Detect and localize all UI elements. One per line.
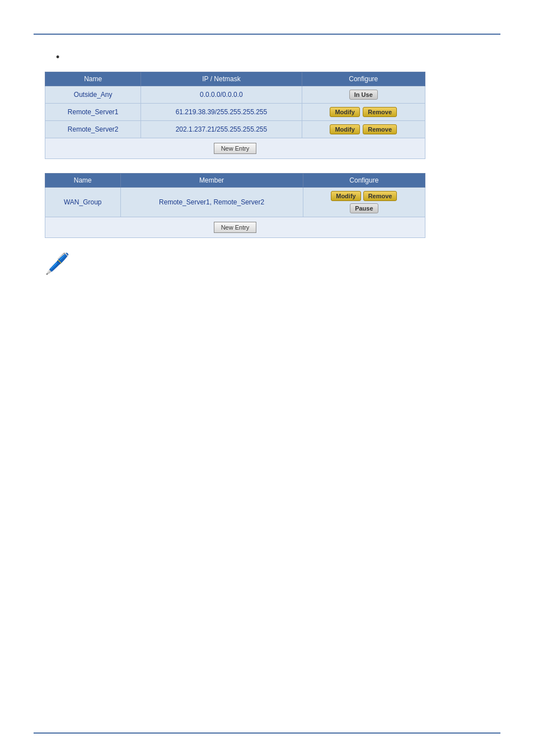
row-ip-netmask: 202.1.237.21/255.255.255.255 — [141, 121, 302, 138]
new-entry-button-2[interactable]: New Entry — [214, 222, 257, 233]
row-name: WAN_Group — [45, 188, 121, 217]
row-configure: Modify Remove — [302, 121, 425, 138]
btn-row: Modify Remove — [330, 190, 397, 202]
new-entry-cell: New Entry — [45, 138, 425, 159]
modify-button[interactable]: Modify — [330, 107, 359, 117]
col-header-configure: Configure — [303, 174, 425, 188]
configure-group: Modify Remove Pause — [308, 190, 420, 214]
modify-button[interactable]: Modify — [330, 124, 359, 134]
table-row: Remote_Server1 61.219.38.39/255.255.255.… — [45, 104, 425, 121]
row-ip-netmask: 61.219.38.39/255.255.255.255 — [141, 104, 302, 121]
note-area: 🖊️ — [45, 252, 489, 274]
row-member: Remote_Server1, Remote_Server2 — [120, 188, 303, 217]
col-header-configure: Configure — [302, 72, 425, 86]
pencil-icon: 🖊️ — [45, 252, 70, 275]
group-member-table: Name Member Configure WAN_Group Remote_S… — [45, 173, 425, 238]
row-configure: In Use — [302, 86, 425, 104]
table-footer-row: New Entry — [45, 138, 425, 159]
row-name: Remote_Server2 — [45, 121, 141, 138]
new-entry-cell: New Entry — [45, 217, 425, 238]
remove-button[interactable]: Remove — [363, 124, 397, 134]
col-header-member: Member — [120, 174, 303, 188]
remove-button[interactable]: Remove — [363, 191, 397, 201]
bullet-point: • — [56, 52, 489, 63]
note-icon: 🖊️ — [45, 252, 67, 274]
pause-button[interactable]: Pause — [350, 203, 378, 213]
col-header-name: Name — [45, 174, 121, 188]
row-name: Outside_Any — [45, 86, 141, 104]
row-ip-netmask: 0.0.0.0/0.0.0.0 — [141, 86, 302, 104]
table-row: Outside_Any 0.0.0.0/0.0.0.0 In Use — [45, 86, 425, 104]
row-name: Remote_Server1 — [45, 104, 141, 121]
content-area: • Name IP / Netmask Configure Outside_An… — [0, 35, 534, 294]
modify-button[interactable]: Modify — [331, 191, 360, 201]
row-configure: Modify Remove Pause — [303, 188, 425, 217]
new-entry-button-1[interactable]: New Entry — [214, 143, 257, 154]
col-header-name: Name — [45, 72, 141, 86]
table-row: WAN_Group Remote_Server1, Remote_Server2… — [45, 188, 425, 217]
col-header-ip: IP / Netmask — [141, 72, 302, 86]
table-row: Remote_Server2 202.1.237.21/255.255.255.… — [45, 121, 425, 138]
inuse-button[interactable]: In Use — [349, 90, 378, 100]
bottom-rule — [34, 732, 500, 734]
ip-netmask-table: Name IP / Netmask Configure Outside_Any … — [45, 72, 425, 159]
table-footer-row: New Entry — [45, 217, 425, 238]
remove-button[interactable]: Remove — [363, 107, 397, 117]
row-configure: Modify Remove — [302, 104, 425, 121]
